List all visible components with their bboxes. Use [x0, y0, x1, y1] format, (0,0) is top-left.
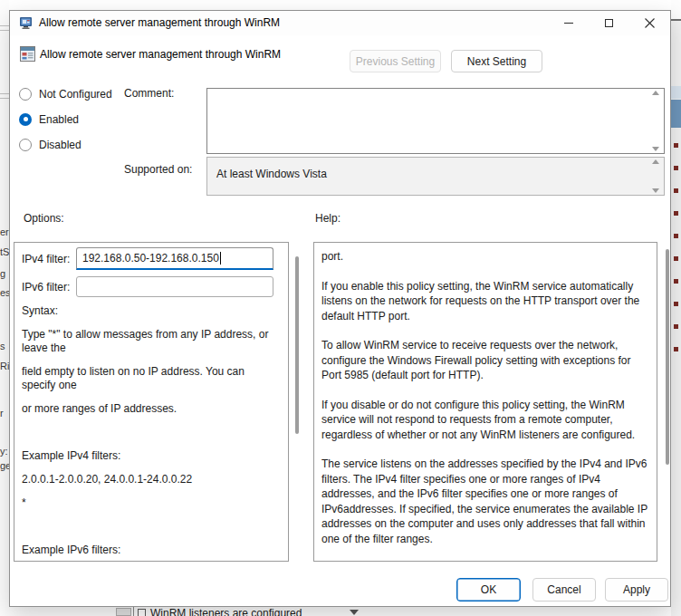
- help-panel: port.If you enable this policy setting, …: [313, 242, 657, 562]
- background-clipped-text: WinRM listeners are configured: [150, 607, 302, 616]
- supported-on-box: At least Windows Vista: [206, 157, 665, 196]
- ipv4-filter-input[interactable]: 192.168.0.50-192.168.0.150: [76, 247, 273, 270]
- background-bullet: [674, 188, 678, 193]
- ok-button[interactable]: OK: [456, 578, 521, 602]
- syntax-help-text: Syntax:Type "*" to allow messages from a…: [22, 304, 273, 557]
- background-text-fragment: r: [0, 408, 4, 419]
- radio-label: Enabled: [39, 113, 79, 126]
- screen: eritSgessRigry:ge WinRM listeners are co…: [0, 0, 681, 616]
- help-paragraph: If you disable or do not configure this …: [321, 398, 649, 443]
- window-title: Allow remote server management through W…: [39, 11, 280, 35]
- setting-icon: [20, 46, 35, 62]
- syntax-paragraph: *: [22, 496, 273, 510]
- background-window-left-sliver: eritSgessRigry:ge: [0, 0, 9, 616]
- policy-setting-dialog: Allow remote server management through W…: [9, 10, 671, 607]
- background-window-bottom-sliver: WinRM listeners are configured: [9, 607, 671, 616]
- background-band: [671, 86, 681, 99]
- help-paragraph: If you enable this policy setting, the W…: [321, 279, 649, 324]
- syntax-paragraph: Syntax:: [22, 304, 273, 318]
- background-text-fragment: es: [0, 287, 9, 298]
- background-scrollbar-piece: [116, 608, 131, 616]
- background-divider: [133, 607, 134, 616]
- background-divider: [0, 30, 9, 31]
- background-bullet: [674, 234, 678, 238]
- background-area: [671, 0, 681, 19]
- syntax-paragraph: or more ranges of IP addresses.: [22, 402, 273, 416]
- help-text: port.If you enable this policy setting, …: [321, 249, 649, 562]
- supported-scrollbar[interactable]: [648, 159, 662, 193]
- maximize-button[interactable]: [589, 11, 629, 35]
- syntax-paragraph: Example IPv4 filters:: [22, 449, 273, 463]
- options-scrollbar[interactable]: [295, 256, 299, 434]
- background-bullet: [674, 211, 678, 216]
- minimize-icon: [564, 23, 573, 24]
- background-bullet: [674, 302, 678, 306]
- background-divider: [671, 19, 681, 21]
- background-divider: [0, 25, 9, 26]
- background-divider: [0, 98, 9, 99]
- radio-icon[interactable]: [19, 139, 32, 151]
- background-bullet: [674, 279, 678, 284]
- checkbox-icon: [138, 609, 146, 616]
- scroll-down-icon: [350, 610, 359, 615]
- help-paragraph: You should use an asterisk (*) to indica…: [321, 561, 649, 562]
- help-paragraph: port.: [321, 249, 649, 265]
- background-bullet: [674, 166, 678, 170]
- ipv4-filter-label: IPv4 filter:: [22, 253, 70, 265]
- next-setting-button[interactable]: Next Setting: [451, 50, 542, 72]
- ipv4-filter-value: 192.168.0.50-192.168.0.150: [82, 252, 219, 265]
- background-text-fragment: ge: [0, 460, 9, 471]
- background-text-fragment: eri: [0, 226, 9, 237]
- background-scroll-thumb: [671, 100, 681, 128]
- background-bullet: [674, 256, 678, 261]
- radio-selected-icon[interactable]: [19, 113, 32, 126]
- setting-title: Allow remote server management through W…: [40, 48, 281, 61]
- radio-label: Disabled: [39, 139, 82, 151]
- scroll-down-icon[interactable]: [652, 147, 659, 151]
- syntax-paragraph: 2.0.0.1-2.0.0.20, 24.0.0.1-24.0.0.22: [22, 473, 273, 486]
- ipv6-filter-label: IPv6 filter:: [22, 281, 70, 294]
- maximize-icon: [605, 19, 613, 27]
- window-controls: [548, 11, 670, 35]
- scroll-up-icon[interactable]: [652, 159, 659, 164]
- scroll-down-icon[interactable]: [652, 188, 659, 193]
- background-text-fragment: y:: [0, 446, 8, 457]
- window-titlebar[interactable]: Allow remote server management through W…: [10, 11, 670, 35]
- syntax-paragraph: Example IPv6 filters:: [22, 544, 273, 557]
- text-cursor: [220, 252, 221, 265]
- configuration-radio-group: Not ConfiguredEnabledDisabled: [19, 86, 128, 162]
- background-text-fragment: tS: [0, 246, 9, 257]
- close-icon: [645, 18, 655, 28]
- background-text-fragment: s: [0, 341, 5, 351]
- comment-textarea[interactable]: [206, 88, 665, 154]
- help-scrollbar[interactable]: [666, 249, 669, 465]
- background-window-right-sliver: [671, 0, 681, 616]
- supported-on-label: Supported on:: [124, 163, 192, 176]
- supported-on-value: At least Windows Vista: [216, 168, 327, 180]
- background-text-fragment: Rig: [0, 361, 9, 371]
- radio-icon[interactable]: [19, 88, 32, 101]
- options-label: Options:: [24, 212, 64, 225]
- scroll-up-icon[interactable]: [652, 91, 659, 95]
- group-policy-icon: [19, 15, 34, 31]
- radio-label: Not Configured: [39, 88, 112, 101]
- close-button[interactable]: [629, 11, 670, 35]
- help-paragraph: The service listens on the addresses spe…: [321, 457, 649, 546]
- radio-option-enabled[interactable]: Enabled: [19, 111, 128, 127]
- background-bullet: [674, 143, 678, 148]
- background-bullet: [674, 347, 678, 351]
- previous-setting-button[interactable]: Previous Setting: [350, 50, 441, 72]
- help-paragraph: To allow WinRM service to receive reques…: [321, 338, 649, 383]
- apply-button[interactable]: Apply: [605, 578, 668, 602]
- ipv6-filter-input[interactable]: [76, 276, 273, 297]
- radio-option-not-configured[interactable]: Not Configured: [19, 86, 128, 101]
- background-bullet: [674, 324, 678, 329]
- background-divider: [0, 93, 9, 94]
- radio-option-disabled[interactable]: Disabled: [19, 137, 128, 152]
- comment-scrollbar[interactable]: [648, 91, 662, 151]
- cancel-button[interactable]: Cancel: [532, 578, 596, 602]
- syntax-paragraph: Type "*" to allow messages from any IP a…: [22, 328, 273, 355]
- comment-label: Comment:: [124, 87, 174, 100]
- minimize-button[interactable]: [548, 11, 589, 35]
- background-text-fragment: g: [0, 268, 5, 279]
